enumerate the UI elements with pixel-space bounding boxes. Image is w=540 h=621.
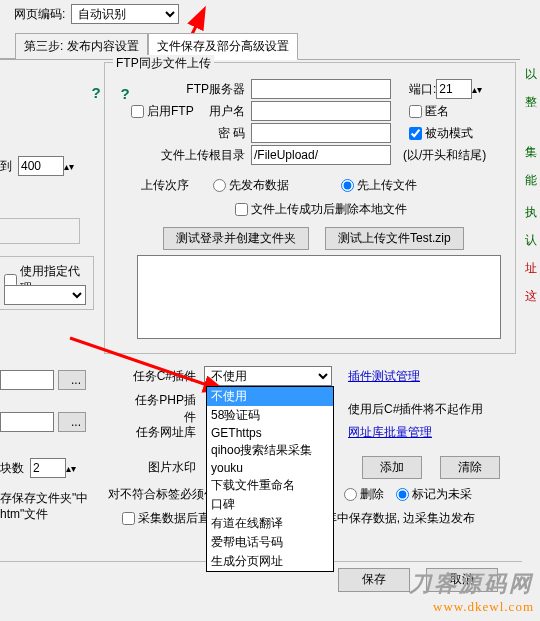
browse-button-1[interactable]: ... xyxy=(58,370,86,390)
clear-button[interactable]: 清除 xyxy=(440,456,500,479)
dd-item[interactable]: youku xyxy=(207,460,333,476)
encoding-label: 网页编码: xyxy=(14,6,65,23)
order-pubfirst-radio[interactable]: 先发布数据 xyxy=(213,177,289,194)
dd-item[interactable]: 有道在线翻译 xyxy=(207,514,333,533)
dd-item[interactable]: 生成分页网址 xyxy=(207,552,333,571)
test-upload-button[interactable]: 测试上传文件Test.zip xyxy=(325,227,464,250)
ftp-log-area[interactable] xyxy=(137,255,501,339)
encoding-select[interactable]: 自动识别 xyxy=(71,4,179,24)
csharp-dropdown-list[interactable]: 不使用 58验证码 GEThttps qihoo搜索结果采集 youku 下载文… xyxy=(206,386,334,572)
plugin-manage-link[interactable]: 插件测试管理 xyxy=(348,368,420,385)
block-input[interactable] xyxy=(30,458,66,478)
order-label: 上传次序 xyxy=(141,177,189,194)
help-icon[interactable]: ? xyxy=(115,85,135,105)
add-button[interactable]: 添加 xyxy=(362,456,422,479)
save-hint-a: 存保存文件夹"中 xyxy=(0,490,88,506)
to-label: 到 xyxy=(0,158,12,175)
rootdir-input[interactable] xyxy=(251,145,391,165)
port-input[interactable] xyxy=(436,79,472,99)
csharp-select[interactable]: 不使用 xyxy=(204,366,332,386)
ftp-groupbox: FTP同步文件上传 ? FTP服务器 端口: ▴▾ 启用FTP 用户名 匿名 密… xyxy=(104,62,516,354)
ftp-server-input[interactable] xyxy=(251,79,391,99)
ftp-user-label: 用户名 xyxy=(185,103,245,120)
port-label: 端口: xyxy=(409,81,436,98)
block-label: 块数 xyxy=(0,460,24,477)
dd-item[interactable]: 口碑 xyxy=(207,495,333,514)
browse-button-2[interactable]: ... xyxy=(58,412,86,432)
save-hint-b: htm"文件 xyxy=(0,506,88,522)
rootdir-label: 文件上传根目录 xyxy=(153,147,245,164)
ftp-group-title: FTP同步文件上传 xyxy=(113,55,214,72)
dd-item[interactable]: GEThttps xyxy=(207,425,333,441)
test-login-button[interactable]: 测试登录并创建文件夹 xyxy=(163,227,309,250)
help-icon-2[interactable]: ? xyxy=(86,84,106,104)
dd-item[interactable]: 58验证码 xyxy=(207,406,333,425)
mismatch-label: 对不符合标签必须包 xyxy=(108,486,216,503)
ftp-pass-input[interactable] xyxy=(251,123,391,143)
ftp-pass-label: 密 码 xyxy=(185,125,245,142)
urlstore-label: 任务网址库 xyxy=(126,424,196,441)
anon-checkbox[interactable]: 匿名 xyxy=(409,103,449,120)
urlstore-manage-link[interactable]: 网址库批量管理 xyxy=(348,424,432,441)
dd-item[interactable]: 爱帮电话号码 xyxy=(207,533,333,552)
dd-item[interactable]: 下载文件重命名 xyxy=(207,476,333,495)
ftp-server-label: FTP服务器 xyxy=(185,81,245,98)
left-input-2[interactable] xyxy=(0,412,54,432)
rootdir-hint: (以/开头和结尾) xyxy=(403,147,486,164)
csharp-label: 任务C#插件 xyxy=(126,368,196,385)
save-button[interactable]: 保存 xyxy=(338,568,410,592)
dd-item[interactable]: qihoo搜索结果采集 xyxy=(207,441,333,460)
delete-radio[interactable]: 删除 xyxy=(344,486,384,503)
watermark: 刀客源码网 www.dkewl.com xyxy=(409,569,534,615)
mark-radio[interactable]: 标记为未采 xyxy=(396,486,472,503)
php-label: 任务PHP插件 xyxy=(126,392,196,426)
right-strip: 以 整 集 能 执 认 址 这 xyxy=(525,60,540,310)
left-input-1[interactable] xyxy=(0,370,54,390)
to-input[interactable] xyxy=(18,156,64,176)
watermark-label: 图片水印 xyxy=(126,459,196,476)
plugin-warn: 使用后C#插件将不起作用 xyxy=(348,401,483,418)
proxy-select[interactable] xyxy=(4,285,86,305)
order-upfirst-radio[interactable]: 先上传文件 xyxy=(341,177,417,194)
del-after-checkbox[interactable]: 文件上传成功后删除本地文件 xyxy=(235,201,407,218)
dd-item[interactable]: 不使用 xyxy=(207,387,333,406)
passive-checkbox[interactable]: 被动模式 xyxy=(409,125,473,142)
ftp-user-input[interactable] xyxy=(251,101,391,121)
